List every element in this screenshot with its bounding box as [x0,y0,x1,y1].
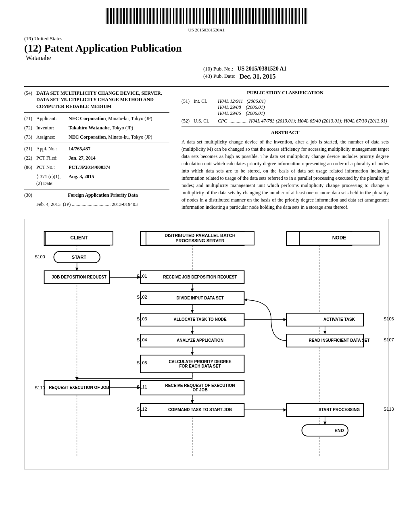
field-73-num: (73) [24,134,36,141]
field-86-num: (86) [24,164,36,171]
field-30: (30) Foreign Application Priority Data [24,192,169,199]
diagram-section: CLIENT DISTRIBUTED PARALLEL BATCH PROCES… [24,219,389,470]
field-22-num: (22) [24,155,36,162]
field-71-label: Applicant: [36,115,69,122]
step-s107: READ INSUFFICIENT DATA SET [299,334,380,347]
pub-number-row: (10) Pub. No.: US 2015/0381520 A1 [203,66,389,72]
divider-1 [24,112,169,113]
field-22: (22) PCT Filed: Jan. 27, 2014 [24,155,169,162]
header-right: (10) Pub. No.: US 2015/0381520 A1 (43) P… [203,62,389,81]
inventor-name: Watanabe [26,54,218,62]
field-371: § 371 (c)(1), (2) Date: Aug. 3, 2015 [24,173,169,187]
step-s105: CALCULATE PRIORITY DEGREEFOR EACH DATA S… [146,355,254,373]
barcode-section [24,8,389,26]
field-21-num: (21) [24,145,36,152]
field-72-value: Takahiro Watanabe, Tokyo (JP) [69,125,169,131]
svg-marker-17 [191,310,194,313]
col-client-header: CLIENT [45,231,113,245]
field-72: (72) Inventor: Takahiro Watanabe, Tokyo … [24,125,169,131]
step-s106: ACTIVATE TASK [299,313,380,326]
patent-type-label: (12) Patent Application Publication [24,43,218,54]
header: (19) United States (12) Patent Applicati… [24,35,389,81]
barcode-image [106,8,307,24]
step-s101-server: RECEIVE JOB DEPOSITION REQUEST [146,271,254,284]
pub-no-label: (10) Pub. No.: [203,66,233,72]
field-73-value: NEC Corporation, Minato-ku, Tokyo (JP) [69,134,169,141]
step-s102: DIVIDE INPUT DATA SET [146,292,254,305]
svg-marker-30 [191,352,194,355]
field-54-num: (54) [24,90,36,110]
label-s104: S104 [137,337,147,342]
step-s111: RECEIVE REQUEST OF EXECUTIONOF JOB [146,380,254,395]
label-s113: S113 [384,407,394,411]
step-s103: ALLOCATE TASK TO NODE [146,313,254,326]
svg-marker-20 [284,318,287,321]
step-end: END [315,425,363,436]
field-54: (54) DATA SET MULTIPLICITY CHANGE DEVICE… [24,90,169,110]
col-right: Publication Classification (51) Int. Cl.… [181,90,389,211]
pub-date-label: (43) Pub. Date: [203,73,236,80]
label-s111: S111 [137,384,147,389]
int-cl-label: Int. Cl. [194,98,218,116]
field-371-label: § 371 (c)(1), (2) Date: [36,173,69,187]
label-s107: S107 [384,337,394,342]
svg-marker-44 [284,408,287,411]
step-s112: COMMAND TASK TO START JOB [146,403,254,416]
field-73: (73) Assignee: NEC Corporation, Minato-k… [24,134,169,141]
svg-marker-8 [75,268,79,271]
country-label: (19) United States [24,35,218,42]
step-s110: REQUEST EXECUTION OF JOB [45,380,113,395]
step-s100: START [55,251,103,263]
col-left: (54) DATA SET MULTIPLICITY CHANGE DEVICE… [24,90,169,211]
svg-marker-23 [191,331,194,334]
svg-marker-14 [191,289,194,292]
divider-3 [24,189,169,189]
field-22-label: PCT Filed: [36,155,69,162]
col-server-header: DISTRIBUTED PARALLEL BATCH PROCESSING SE… [146,231,254,245]
us-cl-values: CPC ............... H04L 47/783 (2013.01… [218,118,389,124]
field-21-value: 14/765,437 [69,145,169,152]
field-priority-num [24,201,36,208]
classification-title: Publication Classification [181,90,389,96]
pub-date-row: (43) Pub. Date: Dec. 31, 2015 [203,73,389,80]
label-s110: S110 [35,385,45,390]
int-cl-row: (51) Int. Cl. H04L 12/911 (2006.01) H04L… [181,98,389,116]
field-22-value: Jan. 27, 2014 [69,155,169,162]
body-columns: (54) DATA SET MULTIPLICITY CHANGE DEVICE… [24,90,389,211]
int-cl-num: (51) [181,98,194,116]
flowchart: CLIENT DISTRIBUTED PARALLEL BATCH PROCES… [33,227,380,461]
step-s101-client: JOB DEPOSITION REQUEST [45,271,113,284]
field-73-label: Assignee: [36,134,69,141]
label-s112: S112 [137,407,147,411]
field-21: (21) Appl. No.: 14/765,437 [24,145,169,152]
field-86-value: PCT/JP2014/000374 [69,164,169,171]
step-s104: ANALYZE APPLICATION [146,334,254,347]
label-s102: S102 [137,295,147,299]
field-71: (71) Applicant: NEC Corporation, Minato-… [24,115,169,122]
field-86-label: PCT No.: [36,164,69,171]
us-cl-label: U.S. Cl. [194,118,218,124]
header-left: (19) United States (12) Patent Applicati… [24,35,218,62]
label-s103: S103 [137,316,147,321]
label-s101: S101 [137,274,147,278]
svg-marker-38 [75,377,79,380]
svg-marker-41 [191,400,194,403]
page: US 20150381520A1 (19) United States (12)… [0,0,413,532]
field-71-value: NEC Corporation, Minato-ku, Tokyo (JP) [69,115,169,122]
field-71-num: (71) [24,115,36,122]
field-30-num: (30) [24,192,36,199]
abstract-title: ABSTRACT [181,129,389,136]
us-cl-num: (52) [181,118,194,124]
divider-2 [24,143,169,143]
field-54-value: DATA SET MULTIPLICITY CHANGE DEVICE, SER… [36,90,169,110]
field-priority-date: Feb. 4, 2013 (JP) ......................… [24,201,169,208]
us-cl-row: (52) U.S. Cl. CPC ............... H04L 4… [181,118,389,124]
svg-marker-47 [323,422,327,425]
field-371-num [24,173,36,187]
pub-no-value: US 2015/0381520 A1 [237,66,286,72]
label-s100: S100 [35,254,45,259]
abstract-text: A data set multiplicity change device of… [181,138,389,211]
int-cl-values: H04L 12/911 (2006.01) H04L 29/08 (2006.0… [218,98,389,116]
label-s106: S106 [384,316,394,321]
field-30-value: Foreign Application Priority Data [36,192,169,199]
